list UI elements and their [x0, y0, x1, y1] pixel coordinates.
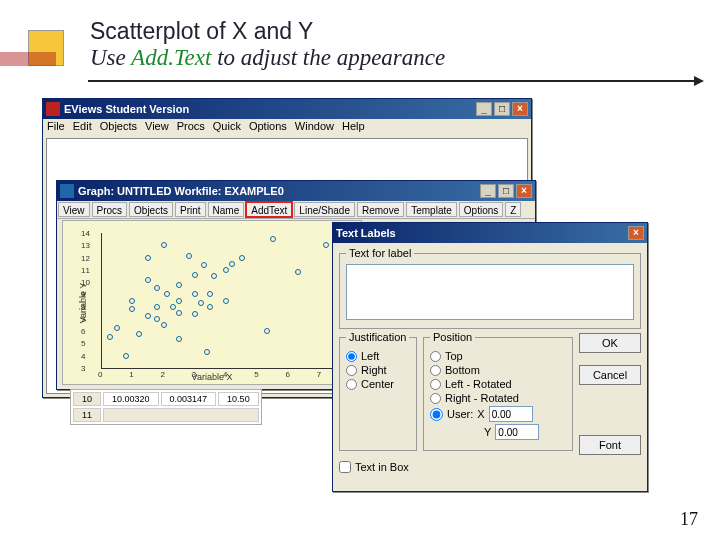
- page-number: 17: [680, 509, 698, 530]
- data-point: [239, 255, 245, 261]
- title-rule: [88, 80, 698, 82]
- toolbtn-print[interactable]: Print: [175, 202, 206, 217]
- workfile-table-fragment: 10 10.00320 0.003147 10.50 11: [70, 389, 262, 425]
- data-point: [145, 277, 151, 283]
- main-titlebar[interactable]: EViews Student Version _ □ ×: [43, 99, 531, 119]
- just-right-radio[interactable]: [346, 365, 357, 376]
- toolbtn-options[interactable]: Options: [459, 202, 503, 217]
- data-point: [192, 311, 198, 317]
- toolbtn-z[interactable]: Z: [505, 202, 521, 217]
- label-textarea[interactable]: [346, 264, 634, 320]
- data-point: [323, 242, 329, 248]
- ytick: 3: [81, 364, 85, 373]
- toolbtn-lineshade[interactable]: Line/Shade: [294, 202, 355, 217]
- xtick: 0: [98, 370, 102, 379]
- menu-view[interactable]: View: [145, 120, 169, 135]
- data-point: [154, 304, 160, 310]
- toolbtn-view[interactable]: View: [58, 202, 90, 217]
- data-point: [229, 261, 235, 267]
- cancel-button[interactable]: Cancel: [579, 365, 641, 385]
- data-point: [145, 255, 151, 261]
- ytick: 7: [81, 315, 85, 324]
- xtick: 5: [254, 370, 258, 379]
- title-line1: Scatterplot of X and Y: [90, 18, 650, 45]
- data-point: [207, 304, 213, 310]
- ytick: 14: [81, 229, 90, 238]
- pos-bottom-radio[interactable]: [430, 365, 441, 376]
- data-point: [207, 291, 213, 297]
- menu-window[interactable]: Window: [295, 120, 334, 135]
- dialog-titlebar[interactable]: Text Labels ×: [333, 223, 647, 243]
- xtick: 3: [192, 370, 196, 379]
- data-point: [192, 291, 198, 297]
- data-point: [270, 236, 276, 242]
- graph-close-button[interactable]: ×: [516, 184, 532, 198]
- data-point: [204, 349, 210, 355]
- menu-file[interactable]: File: [47, 120, 65, 135]
- pos-top-radio[interactable]: [430, 351, 441, 362]
- position-group: Position TopBottomLeft - RotatedRight - …: [423, 337, 573, 451]
- toolbtn-remove[interactable]: Remove: [357, 202, 404, 217]
- close-button[interactable]: ×: [512, 102, 528, 116]
- pos-rightrotated-radio[interactable]: [430, 393, 441, 404]
- dialog-close-button[interactable]: ×: [628, 226, 644, 240]
- dialog-title-text: Text Labels: [336, 227, 396, 239]
- ytick: 12: [81, 254, 90, 263]
- data-point: [295, 269, 301, 275]
- graph-maximize-button[interactable]: □: [498, 184, 514, 198]
- data-point: [129, 306, 135, 312]
- slide-title: Scatterplot of X and Y Use Add.Text to a…: [90, 18, 650, 71]
- data-point: [192, 272, 198, 278]
- data-point: [176, 282, 182, 288]
- toolbtn-objects[interactable]: Objects: [129, 202, 173, 217]
- graph-minimize-button[interactable]: _: [480, 184, 496, 198]
- just-center-radio[interactable]: [346, 379, 357, 390]
- data-point: [198, 300, 204, 306]
- menu-options[interactable]: Options: [249, 120, 287, 135]
- ytick: 8: [81, 303, 85, 312]
- position-user-radio[interactable]: [430, 408, 443, 421]
- menu-procs[interactable]: Procs: [177, 120, 205, 135]
- data-point: [164, 291, 170, 297]
- toolbtn-addtext[interactable]: AddText: [246, 202, 292, 217]
- toolbtn-procs[interactable]: Procs: [92, 202, 128, 217]
- xtick: 1: [129, 370, 133, 379]
- user-y-input[interactable]: [495, 424, 539, 440]
- toolbtn-template[interactable]: Template: [406, 202, 457, 217]
- ok-button[interactable]: OK: [579, 333, 641, 353]
- menu-objects[interactable]: Objects: [100, 120, 137, 135]
- data-point: [107, 334, 113, 340]
- ytick: 11: [81, 266, 90, 275]
- text-labels-dialog: Text Labels × Text for label Justificati…: [332, 222, 648, 492]
- ytick: 5: [81, 339, 85, 348]
- graph-titlebar[interactable]: Graph: UNTITLED Workfile: EXAMPLE0 _ □ ×: [57, 181, 535, 201]
- menu-help[interactable]: Help: [342, 120, 365, 135]
- maximize-button[interactable]: □: [494, 102, 510, 116]
- toolbtn-name[interactable]: Name: [208, 202, 245, 217]
- ytick: 4: [81, 352, 85, 361]
- data-point: [145, 313, 151, 319]
- just-left-radio[interactable]: [346, 351, 357, 362]
- data-point: [114, 325, 120, 331]
- ytick: 10: [81, 278, 90, 287]
- title-line2: Use Add.Text to adjust the appearance: [90, 45, 650, 71]
- data-point: [170, 304, 176, 310]
- menu-edit[interactable]: Edit: [73, 120, 92, 135]
- pos-leftrotated-radio[interactable]: [430, 379, 441, 390]
- data-point: [264, 328, 270, 334]
- font-button[interactable]: Font: [579, 435, 641, 455]
- user-x-input[interactable]: [489, 406, 533, 422]
- minimize-button[interactable]: _: [476, 102, 492, 116]
- data-point: [129, 298, 135, 304]
- slide-deco-red: [0, 52, 56, 66]
- text-in-box-checkbox[interactable]: [339, 461, 351, 473]
- menu-quick[interactable]: Quick: [213, 120, 241, 135]
- text-group-legend: Text for label: [346, 247, 414, 259]
- scatter-chart[interactable]: Variable Y Variable X 345678910111213140…: [62, 220, 362, 385]
- data-point: [223, 267, 229, 273]
- text-in-box-label: Text in Box: [355, 461, 409, 473]
- ytick: 13: [81, 241, 90, 250]
- data-point: [176, 310, 182, 316]
- data-point: [161, 322, 167, 328]
- position-legend: Position: [430, 331, 475, 343]
